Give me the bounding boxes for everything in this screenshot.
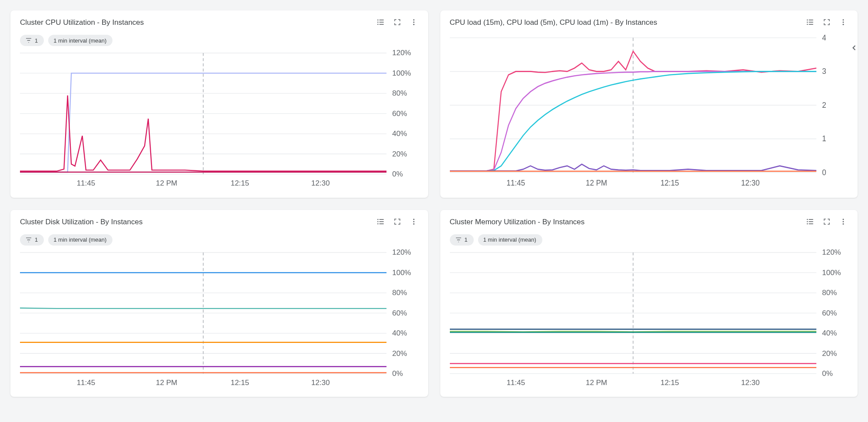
svg-point-88 xyxy=(843,223,844,224)
expand-handle[interactable] xyxy=(850,43,858,54)
filter-chip-count: 1 xyxy=(465,236,468,243)
legend-icon[interactable] xyxy=(805,217,815,226)
filter-chip[interactable]: 1 xyxy=(20,234,44,246)
chart-card-disk-util: Cluster Disk Utilization - By Instances … xyxy=(10,210,428,397)
svg-rect-31 xyxy=(809,22,813,23)
svg-text:40%: 40% xyxy=(392,329,407,337)
svg-text:40%: 40% xyxy=(822,329,837,337)
more-icon[interactable] xyxy=(409,17,419,27)
interval-chip[interactable]: 1 min interval (mean) xyxy=(48,35,112,46)
svg-text:12 PM: 12 PM xyxy=(156,179,177,187)
fullscreen-icon[interactable] xyxy=(822,217,832,226)
svg-point-35 xyxy=(843,22,844,23)
more-icon[interactable] xyxy=(409,217,419,226)
svg-rect-81 xyxy=(809,219,813,220)
chart-card-cpu-load: CPU load (15m), CPU load (5m), CPU load … xyxy=(440,10,858,198)
svg-text:3: 3 xyxy=(822,66,826,76)
chart-title: CPU load (15m), CPU load (5m), CPU load … xyxy=(450,18,657,27)
svg-point-36 xyxy=(843,24,844,25)
fullscreen-icon[interactable] xyxy=(393,217,402,226)
svg-point-54 xyxy=(377,221,379,222)
svg-rect-3 xyxy=(379,22,383,23)
svg-point-32 xyxy=(807,24,808,25)
legend-icon[interactable] xyxy=(376,17,386,27)
svg-text:60%: 60% xyxy=(822,308,837,317)
filter-chip[interactable]: 1 xyxy=(450,234,474,246)
svg-point-58 xyxy=(413,219,414,220)
svg-text:12:30: 12:30 xyxy=(311,378,330,387)
svg-rect-85 xyxy=(809,223,813,224)
svg-point-34 xyxy=(843,19,844,20)
svg-text:12:30: 12:30 xyxy=(741,178,759,187)
svg-text:12:15: 12:15 xyxy=(660,378,679,387)
svg-point-84 xyxy=(807,223,808,224)
interval-chip-label: 1 min interval (mean) xyxy=(53,236,106,243)
svg-text:12:30: 12:30 xyxy=(741,378,759,387)
svg-rect-83 xyxy=(809,221,813,222)
legend-icon[interactable] xyxy=(376,217,386,226)
svg-rect-57 xyxy=(379,223,383,224)
svg-text:12:15: 12:15 xyxy=(231,378,249,387)
interval-chip[interactable]: 1 min interval (mean) xyxy=(48,234,112,246)
svg-text:80%: 80% xyxy=(392,288,407,297)
interval-chip-label: 1 min interval (mean) xyxy=(53,37,106,44)
fullscreen-icon[interactable] xyxy=(393,17,402,27)
chart-title: Cluster Disk Utilization - By Instances xyxy=(20,218,142,226)
svg-text:11:45: 11:45 xyxy=(506,178,525,187)
svg-text:12:15: 12:15 xyxy=(660,178,679,187)
svg-text:120%: 120% xyxy=(392,50,411,57)
svg-text:120%: 120% xyxy=(392,249,411,256)
svg-point-82 xyxy=(807,221,808,222)
svg-text:40%: 40% xyxy=(392,129,407,138)
svg-text:0%: 0% xyxy=(392,369,403,377)
svg-text:0: 0 xyxy=(822,168,826,177)
filter-chip[interactable]: 1 xyxy=(20,35,44,46)
svg-point-2 xyxy=(377,22,379,23)
svg-rect-29 xyxy=(809,20,813,20)
svg-text:100%: 100% xyxy=(392,69,411,77)
chart-plot-area[interactable]: 0%20%40%60%80%100%120%11:4512 PM12:1512:… xyxy=(20,50,419,188)
svg-text:20%: 20% xyxy=(392,149,407,158)
svg-rect-33 xyxy=(809,24,813,25)
more-icon[interactable] xyxy=(838,17,848,27)
svg-point-8 xyxy=(413,24,414,25)
chart-plot-area[interactable]: 0%20%40%60%80%100%120%11:4512 PM12:1512:… xyxy=(450,249,848,388)
svg-text:0%: 0% xyxy=(392,169,403,178)
svg-text:20%: 20% xyxy=(392,349,407,357)
interval-chip[interactable]: 1 min interval (mean) xyxy=(478,234,542,246)
svg-rect-53 xyxy=(379,219,383,220)
svg-text:80%: 80% xyxy=(392,89,407,97)
svg-text:11:45: 11:45 xyxy=(506,378,525,387)
chart-card-cpu-util: Cluster CPU Utilization - By Instances 1… xyxy=(10,10,428,198)
svg-text:12 PM: 12 PM xyxy=(586,178,607,187)
fullscreen-icon[interactable] xyxy=(822,17,832,27)
svg-text:60%: 60% xyxy=(392,308,407,317)
svg-point-0 xyxy=(377,20,379,21)
svg-text:12:30: 12:30 xyxy=(311,179,330,187)
svg-text:12 PM: 12 PM xyxy=(156,378,177,387)
more-icon[interactable] xyxy=(838,217,848,226)
chart-title: Cluster CPU Utilization - By Instances xyxy=(20,18,144,27)
svg-text:12 PM: 12 PM xyxy=(586,378,607,387)
svg-point-87 xyxy=(843,221,844,222)
legend-icon[interactable] xyxy=(805,17,815,27)
svg-text:20%: 20% xyxy=(822,349,837,357)
svg-text:80%: 80% xyxy=(822,288,837,297)
svg-text:11:45: 11:45 xyxy=(77,378,96,387)
chart-plot-area[interactable]: 0%20%40%60%80%100%120%11:4512 PM12:1512:… xyxy=(20,249,419,388)
svg-point-80 xyxy=(807,219,808,220)
filter-chip-count: 1 xyxy=(35,37,38,44)
svg-point-86 xyxy=(843,219,844,220)
svg-point-52 xyxy=(377,219,379,220)
chart-title: Cluster Memory Utilization - By Instance… xyxy=(450,218,585,226)
svg-point-56 xyxy=(377,223,379,224)
svg-text:11:45: 11:45 xyxy=(77,179,96,187)
svg-point-59 xyxy=(413,221,414,222)
svg-text:4: 4 xyxy=(822,34,826,42)
chart-plot-area[interactable]: 0123411:4512 PM12:1512:30 xyxy=(450,34,848,188)
filter-chip-count: 1 xyxy=(35,236,38,243)
chart-card-mem-util: Cluster Memory Utilization - By Instance… xyxy=(440,210,858,397)
svg-text:100%: 100% xyxy=(392,268,411,276)
svg-rect-55 xyxy=(379,221,383,222)
svg-text:120%: 120% xyxy=(822,249,841,256)
